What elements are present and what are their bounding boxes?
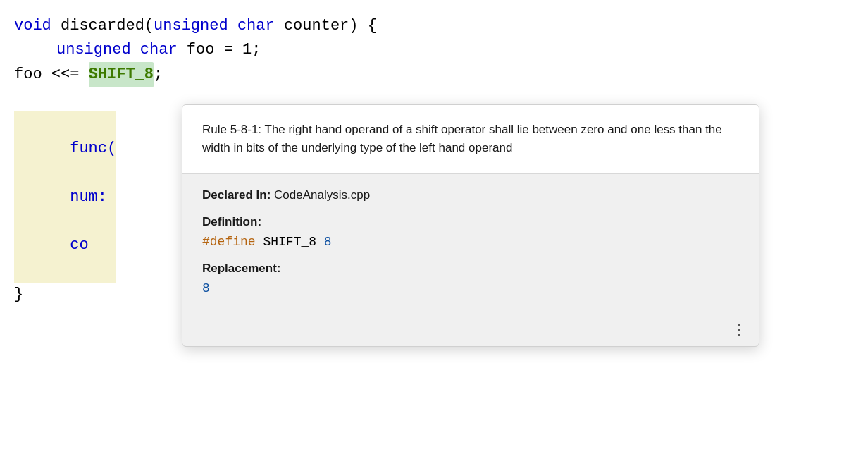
func-line: func( num: co: [14, 111, 116, 283]
more-options-button[interactable]: ⋮: [732, 322, 748, 336]
replacement-label: Replacement:: [202, 262, 280, 275]
definition-row: Definition: #define SHIFT_8 8: [202, 215, 739, 249]
code-line-3: foo <<= SHIFT_8 ;: [14, 62, 868, 87]
replacement-value: 8: [202, 281, 739, 295]
param-type-co: co: [70, 236, 88, 254]
tooltip-popup: Rule 5-8-1: The right hand operand of a …: [182, 104, 760, 347]
code-line-1: void discarded ( unsigned char counter )…: [14, 14, 868, 38]
rule-section: Rule 5-8-1: The right hand operand of a …: [182, 105, 759, 174]
operator-shift: <<=: [51, 63, 80, 87]
declared-in-value: CodeAnalysis.cpp: [274, 188, 370, 202]
rule-text: Rule 5-8-1: The right hand operand of a …: [202, 123, 722, 154]
definition-label: Definition:: [202, 215, 261, 228]
keyword-unsigned-2: unsigned: [56, 38, 131, 62]
var-foo: foo: [187, 38, 215, 62]
popup-footer: ⋮: [182, 317, 759, 346]
value-1: 1: [242, 38, 252, 62]
keyword-char-2: char: [140, 38, 178, 62]
macro-shift8: SHIFT_8: [89, 62, 154, 87]
declared-in-row: Declared In: CodeAnalysis.cpp: [202, 188, 739, 202]
function-name: discarded: [61, 14, 144, 38]
replacement-row: Replacement: 8: [202, 262, 739, 295]
define-value: 8: [324, 235, 332, 249]
keyword-func: func(: [70, 140, 116, 157]
keyword-unsigned: unsigned: [154, 14, 228, 38]
define-keyword: #define: [202, 235, 256, 249]
code-line-2: unsigned char foo = 1 ;: [14, 38, 868, 62]
param-name: counter: [284, 14, 349, 38]
var-foo-2: foo: [14, 63, 42, 87]
define-macro-name: SHIFT_8: [263, 235, 323, 249]
declared-in-label: Declared In:: [202, 188, 271, 202]
details-section: Declared In: CodeAnalysis.cpp Definition…: [182, 174, 759, 317]
keyword-char: char: [237, 14, 275, 38]
param-label: num:: [70, 188, 107, 206]
definition-code: #define SHIFT_8 8: [202, 235, 739, 249]
keyword-void: void: [14, 14, 51, 38]
